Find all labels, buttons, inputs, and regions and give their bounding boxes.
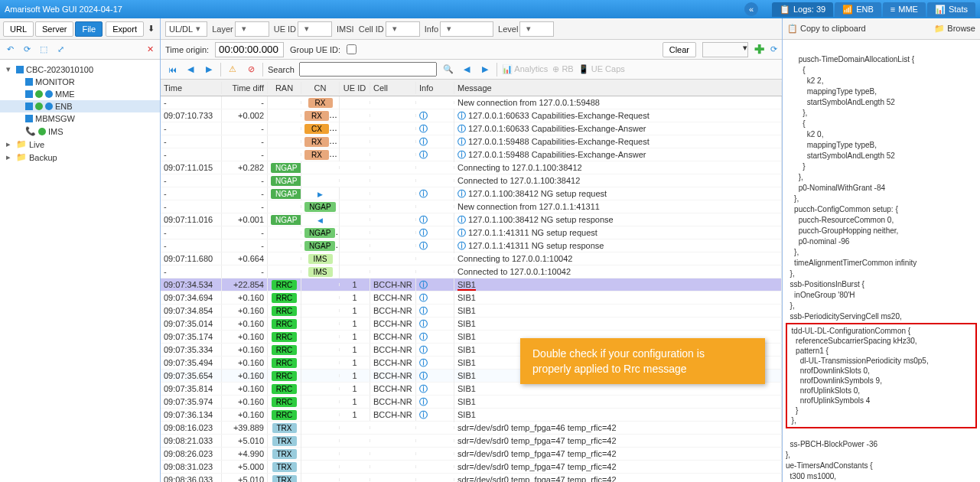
log-panel: UL/DL▾ Layer▾ UE ID▾ IMSI Cell ID▾ Info▾…: [161, 18, 783, 482]
nav-prev-icon[interactable]: ◀: [184, 63, 197, 77]
log-row[interactable]: 09:08:21.033+5.010TRXsdr=/dev/sdr0 temp_…: [161, 435, 782, 448]
level-combo[interactable]: ▾: [519, 21, 554, 37]
annotation-callout: Double check if your configuration is pr…: [520, 338, 765, 384]
col-time[interactable]: Time: [161, 82, 222, 94]
log-row[interactable]: --NGAPConnected to 127.0.1.100:38412: [161, 174, 782, 187]
time-origin-label: Time origin:: [165, 45, 209, 54]
log-header: Time Time diff RAN CN UE ID Cell Info Me…: [161, 80, 782, 96]
col-info[interactable]: Info: [416, 82, 454, 94]
sidebar: URL Server File Export ⬇ ↶ ⟳ ⬚ ⤢ ✕ ▾CBC-…: [0, 18, 161, 482]
filter-bar: UL/DL▾ Layer▾ UE ID▾ IMSI Cell ID▾ Info▾…: [161, 18, 782, 40]
log-row[interactable]: --NGAP ◀ⓘⓘ 127.0.1.1:41311 NG setup requ…: [161, 226, 782, 239]
cellid-combo[interactable]: ▾: [386, 21, 420, 37]
browse-button[interactable]: 📁 Browse: [934, 24, 975, 34]
server-button[interactable]: Server: [35, 21, 73, 37]
tree-item-cbc-2023010100[interactable]: ▾CBC-2023010100: [0, 63, 160, 76]
close-icon[interactable]: ✕: [143, 43, 157, 57]
source-tree: ▾CBC-2023010100MONITORMMEENBMBMSGW📞IMS▸📁…: [0, 60, 160, 482]
group-ueid-checkbox[interactable]: [347, 44, 357, 54]
log-row[interactable]: 09:08:31.023+5.000TRXsdr=/dev/sdr0 temp_…: [161, 461, 782, 474]
download-icon[interactable]: ⬇: [145, 22, 157, 36]
ueid-combo[interactable]: ▾: [298, 21, 332, 37]
uecaps-link[interactable]: 📱 UE Caps: [578, 64, 625, 74]
copy-clipboard-button[interactable]: 📋 Copy to clipboard: [787, 24, 866, 34]
app-title: Amarisoft Web GUI 2024-04-17: [5, 5, 122, 14]
log-row[interactable]: 09:07:35.974+0.160RRC1BCCH-NRⓘSIB1: [161, 396, 782, 409]
log-row[interactable]: 09:07:34.854+0.160RRC1BCCH-NRⓘSIB1: [161, 305, 782, 318]
rb-link[interactable]: ⊕ RB: [552, 64, 573, 74]
nav-next-icon[interactable]: ▶: [202, 63, 216, 77]
log-row[interactable]: 09:08:26.023+4.990TRXsdr=/dev/sdr0 temp_…: [161, 448, 782, 461]
info-combo[interactable]: ▾: [440, 21, 493, 37]
col-diff[interactable]: Time diff: [222, 82, 268, 94]
col-msg[interactable]: Message: [454, 82, 782, 94]
log-row[interactable]: 09:07:36.134+0.160RRC1BCCH-NRⓘSIB1: [161, 409, 782, 422]
tree-item-live[interactable]: ▸📁Live: [0, 138, 160, 151]
log-row[interactable]: --NGAPNew connection from 127.0.1.1:4131…: [161, 200, 782, 213]
log-row[interactable]: 09:07:11.015+0.282NGAPConnecting to 127.…: [161, 161, 782, 174]
log-row[interactable]: 09:07:11.016+0.001NGAP ◀ⓘⓘ 127.0.1.100:3…: [161, 213, 782, 226]
analytics-link[interactable]: 📊 Analytics: [502, 64, 548, 74]
log-row[interactable]: --IMSConnected to 127.0.0.1:10042: [161, 265, 782, 278]
time-origin-input[interactable]: [215, 42, 284, 57]
log-table: Time Time diff RAN CN UE ID Cell Info Me…: [161, 80, 782, 482]
col-cn[interactable]: CN: [301, 82, 340, 94]
tree-item-monitor[interactable]: MONITOR: [0, 76, 160, 88]
col-cell[interactable]: Cell: [370, 82, 416, 94]
expand-icon[interactable]: ⤢: [54, 43, 67, 57]
col-ran[interactable]: RAN: [268, 82, 301, 94]
message-detail: pusch-TimeDomainAllocationList { { k2 2,…: [783, 40, 980, 482]
tree-item-mme[interactable]: MME: [0, 88, 160, 100]
tree-item-mbmsgw[interactable]: MBMSGW: [0, 112, 160, 125]
log-row[interactable]: --RX ▶ⓘⓘ 127.0.0.1:59488 Capabilities-Ex…: [161, 148, 782, 161]
log-row[interactable]: 09:08:16.023+39.889TRXsdr=/dev/sdr0 temp…: [161, 422, 782, 435]
tab-mme[interactable]: ≡ MME: [883, 2, 926, 17]
log-row[interactable]: 09:07:35.014+0.160RRC1BCCH-NRⓘSIB1: [161, 318, 782, 331]
error-icon[interactable]: ⊘: [244, 63, 258, 77]
refresh-logs-icon[interactable]: ⟳: [770, 44, 777, 54]
search-label: Search: [268, 65, 295, 74]
log-row[interactable]: 09:07:11.680+0.664IMSConnecting to 127.0…: [161, 252, 782, 265]
refresh-icon[interactable]: ⟳: [20, 43, 34, 57]
tree-icon[interactable]: ⬚: [37, 43, 50, 57]
file-button[interactable]: File: [75, 21, 103, 37]
tree-item-enb[interactable]: ENB: [0, 100, 160, 112]
layer-combo[interactable]: ▾: [235, 21, 269, 37]
find-prev-icon[interactable]: ◀: [460, 63, 474, 77]
detail-panel: 📋 Copy to clipboard 📁 Browse pusch-TimeD…: [783, 18, 980, 482]
tab-logs[interactable]: 📋 Logs: 39: [772, 2, 833, 17]
find-next-icon[interactable]: ▶: [478, 63, 492, 77]
log-row[interactable]: --NGAP ▶ⓘⓘ 127.0.1.1:41311 NG setup resp…: [161, 239, 782, 252]
undo-icon[interactable]: ↶: [3, 43, 17, 57]
col-ueid[interactable]: UE ID: [340, 82, 370, 94]
search-input[interactable]: [299, 62, 437, 77]
collapse-sidebar-icon[interactable]: «: [744, 2, 758, 16]
group-ueid-label: Group UE ID:: [290, 45, 340, 54]
log-row[interactable]: 09:07:34.694+0.160RRC1BCCH-NRⓘSIB1: [161, 291, 782, 305]
url-button[interactable]: URL: [3, 21, 34, 37]
binoculars-icon[interactable]: 🔍: [441, 63, 455, 77]
clear-button[interactable]: Clear: [663, 42, 696, 57]
tree-item-ims[interactable]: 📞IMS: [0, 125, 160, 138]
log-row[interactable]: --NGAP ▶ⓘⓘ 127.0.1.100:38412 NG setup re…: [161, 187, 782, 200]
log-row[interactable]: --RXNew connection from 127.0.0.1:59488: [161, 96, 782, 109]
uldl-combo[interactable]: UL/DL▾: [165, 21, 207, 37]
highlighted-config: tdd-UL-DL-ConfigurationCommon { referenc…: [786, 323, 977, 428]
nav-first-icon[interactable]: ⏮: [165, 63, 179, 77]
header: Amarisoft Web GUI 2024-04-17 « 📋 Logs: 3…: [0, 0, 980, 18]
clear-combo[interactable]: ▾: [702, 42, 748, 57]
export-button[interactable]: Export: [106, 21, 144, 37]
tab-stats[interactable]: 📊 Stats: [927, 2, 975, 17]
log-row[interactable]: 09:07:35.814+0.160RRC1BCCH-NRⓘSIB1: [161, 383, 782, 396]
log-row[interactable]: --RX ▶ⓘⓘ 127.0.0.1:59488 Capabilities-Ex…: [161, 135, 782, 148]
warning-icon[interactable]: ⚠: [226, 63, 239, 77]
log-row[interactable]: 09:08:36.033+5.010TRXsdr=/dev/sdr0 temp_…: [161, 474, 782, 482]
add-icon[interactable]: ✚: [754, 42, 764, 57]
tree-item-backup[interactable]: ▸📁Backup: [0, 151, 160, 164]
log-row[interactable]: --CX ▶ⓘⓘ 127.0.0.1:60633 Capabilities-Ex…: [161, 122, 782, 135]
log-row[interactable]: 09:07:34.534+22.854RRC1BCCH-NRⓘSIB1: [161, 278, 782, 291]
tab-enb[interactable]: 📶 ENB: [835, 2, 881, 17]
log-row[interactable]: 09:07:10.733+0.002RX ▶ⓘⓘ 127.0.0.1:60633…: [161, 109, 782, 122]
